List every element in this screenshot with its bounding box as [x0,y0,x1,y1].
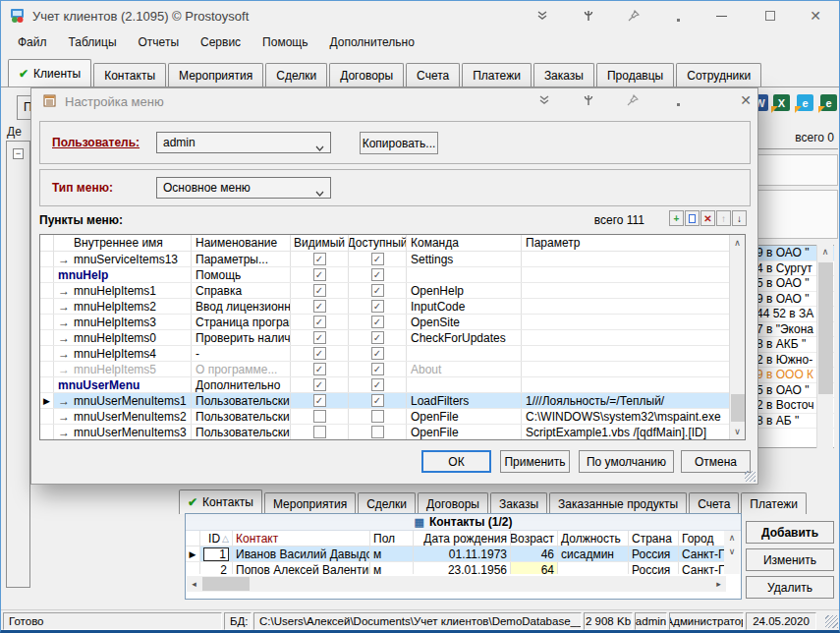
contact-row[interactable]: 2 Попов Алексей Валентинович м 23.01.195… [186,562,725,574]
enabled-checkbox[interactable]: ✓ [371,394,384,407]
menu-item-row[interactable]: mnuUserMenuДополнительно✓✓ [40,377,731,393]
visible-checkbox[interactable]: ✓ [313,363,326,375]
menu-type-select[interactable]: Основное меню [156,177,331,199]
menubar-item[interactable]: Таблицы [58,31,128,53]
menu-item-row[interactable]: →mnuHelpItems3Страница программ✓✓OpenSit… [40,315,731,330]
scroll-up-icon[interactable]: ∧ [724,531,740,545]
minimize-button[interactable] [706,5,736,27]
focused-cell[interactable]: 1 [203,547,229,561]
dialog-resize-grip[interactable] [745,471,756,482]
pin-icon[interactable] [619,5,648,27]
menu-item-row[interactable]: →mnuUserMenuItems2ПользовательскийOpenFi… [40,409,731,425]
scroll-up-icon[interactable]: ∧ [817,245,833,259]
menu-item-row[interactable]: →mnuHelpItems5О программе...✓✓About [40,362,731,377]
tab-Заказанные продукты[interactable]: Заказанные продукты [549,492,687,514]
tab-Счета[interactable]: Счета [689,492,739,514]
enabled-checkbox[interactable]: ✓ [371,363,384,375]
visible-checkbox[interactable]: ✓ [313,394,326,407]
menubar-item[interactable]: Сервис [190,31,252,53]
dialog-close-button[interactable]: ✕ [732,90,759,110]
enabled-checkbox[interactable]: ✓ [371,378,384,391]
add-item-button[interactable]: + [669,210,684,226]
apply-button[interactable]: Применить [500,450,570,473]
menu-item-row[interactable]: →mnuUserMenuItems3ПользовательскийOpenFi… [40,425,731,440]
visible-checkbox[interactable]: ✓ [313,300,326,313]
enabled-checkbox[interactable]: ✓ [371,331,384,344]
menu-item-row[interactable]: →mnuHelpItems1Справка✓✓OpenHelp [40,283,731,299]
col-command[interactable]: Команда [407,235,522,252]
col-enabled[interactable]: Доступный [349,235,407,252]
menu-item-row[interactable]: →mnuHelpItems0Проверить наличие✓✓CheckFo… [40,330,731,346]
close-button[interactable]: ✕ [801,5,830,27]
visible-checkbox[interactable]: ✓ [313,378,326,391]
tab-Заказы[interactable]: Заказы [533,63,594,87]
client-tree-panel[interactable]: − [6,141,30,588]
ok-button[interactable]: ОК [421,450,491,473]
resize-grip[interactable] [825,615,838,628]
scroll-right-icon[interactable]: ▸ [711,579,726,589]
collapse-icon[interactable] [528,5,557,27]
move-down-button[interactable]: ↓ [732,210,747,226]
visible-checkbox[interactable]: ✓ [313,331,326,344]
enabled-checkbox[interactable]: ✓ [371,316,384,328]
tab-Договоры[interactable]: Договоры [329,63,404,87]
scrollbar-thumb[interactable] [202,577,250,591]
tray-dot-icon[interactable] [663,5,693,27]
col-internal-name[interactable]: Внутреннее имя [54,235,192,252]
maximize-button[interactable] [756,5,785,27]
enabled-checkbox[interactable]: ✓ [371,253,384,265]
enabled-checkbox[interactable]: ✓ [371,268,384,281]
html-export-icon[interactable]: e [797,94,813,111]
menubar-item[interactable]: Дополнительно [318,31,424,53]
col-age[interactable]: Возраст [511,531,558,546]
edit-button[interactable]: Изменить [746,548,834,571]
menubar-item[interactable]: Помощь [252,31,318,53]
user-label[interactable]: Пользователь: [52,136,140,149]
tab-Заказы[interactable]: Заказы [490,492,547,514]
scrollbar-thumb[interactable] [731,394,745,422]
menu-item-row[interactable]: ▶→mnuUserMenuItems1Пользовательский✓✓Loa… [40,393,731,409]
visible-checkbox[interactable]: ✓ [313,284,326,297]
copy-button[interactable]: Копировать... [360,132,438,154]
scroll-down-icon[interactable]: ∨ [724,545,740,558]
default-button[interactable]: По умолчанию [579,450,674,473]
menu-item-row[interactable]: mnuHelpПомощь✓✓ [40,267,731,283]
contacts-vscrollbar[interactable]: ∧ ∨ [724,531,740,574]
user-select[interactable]: admin [156,132,331,153]
clients-list-scrollbar[interactable]: ∧ [816,245,833,448]
col-country[interactable]: Страна [629,531,679,546]
scroll-up-icon[interactable]: ∧ [730,235,745,251]
col-caption[interactable]: Наименование [192,235,291,252]
tray-dot-icon[interactable] [664,90,692,110]
tab-Счета[interactable]: Счета [406,63,460,87]
menubar-item[interactable]: Файл [7,31,58,53]
col-gender[interactable]: Пол [370,531,414,546]
tab-Платежи[interactable]: Платежи [741,492,807,514]
enabled-checkbox[interactable]: ✓ [371,284,384,297]
tree-collapse-icon[interactable]: − [13,148,24,159]
col-birthdate[interactable]: Дата рождения [414,531,511,546]
tab-Контакты[interactable]: Контакты [93,63,166,87]
delete-item-button[interactable]: ✕ [700,210,715,226]
enabled-checkbox[interactable] [371,410,384,423]
tab-Мероприятия[interactable]: Мероприятия [264,492,356,514]
col-id[interactable]: ID△ [200,531,233,546]
move-up-button[interactable]: ↑ [716,210,731,226]
contact-row[interactable]: ▶ 1 Иванов Василий Давыдович м 01.11.197… [186,547,725,562]
tab-Мероприятия[interactable]: Мероприятия [168,63,263,87]
visible-checkbox[interactable]: ✓ [313,268,326,281]
menu-items-scrollbar[interactable]: ∧ ∨ [729,235,745,439]
tab-Сделки[interactable]: Сделки [358,492,416,514]
menubar-item[interactable]: Отчеты [128,31,190,53]
pin-icon[interactable] [619,90,646,110]
delete-button[interactable]: Удалить [746,576,834,599]
table-export-icon[interactable]: e [820,94,837,111]
menu-item-row[interactable]: →mnuHelpItems4-✓✓ [40,346,731,362]
scrollbar-thumb[interactable] [818,262,833,394]
visible-checkbox[interactable]: ✓ [313,253,326,265]
visible-checkbox[interactable]: ✓ [313,316,326,328]
tab-Договоры[interactable]: Договоры [418,492,488,514]
tab-Продавцы[interactable]: Продавцы [596,63,674,87]
cancel-button[interactable]: Отмена [681,450,751,473]
tab-Клиенты[interactable]: ✔Клиенты [8,59,91,87]
